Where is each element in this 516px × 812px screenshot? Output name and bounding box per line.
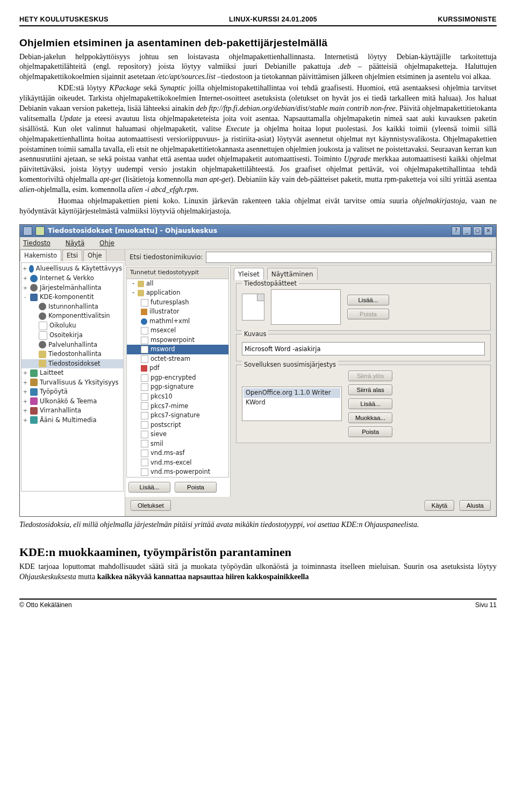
header-center: LINUX-KURSSI 24.01.2005 — [229, 15, 317, 24]
mime-item[interactable]: vnd.ms-excel — [127, 458, 228, 468]
tab-search[interactable]: Etsi — [62, 250, 82, 262]
defaults-button[interactable]: Oletukset — [131, 500, 171, 511]
tree-node[interactable]: Oikoluku — [22, 321, 123, 331]
tree-node[interactable]: -KDE-komponentit — [22, 293, 123, 302]
tree-node[interactable]: +Ääni & Multimedia — [22, 416, 123, 425]
ext-remove-button[interactable]: Poista — [347, 309, 389, 319]
mime-list-header: Tunnetut tiedostotyypit — [127, 267, 228, 279]
mime-item[interactable]: pkcs7-signature — [127, 411, 228, 421]
mime-item[interactable]: pgp-encrypted — [127, 373, 228, 383]
app-item[interactable]: OpenOffice.org 1.1.0 Writer — [243, 388, 340, 398]
window-titlebar[interactable]: Tiedostosidokset [muokattu] - Ohjauskesk… — [20, 225, 496, 237]
category-tree[interactable]: +Alueellisuus & Käytettävyys+Internet & … — [21, 262, 124, 492]
tree-node[interactable]: +Turvallisuus & Yksityisyys — [22, 378, 123, 388]
apply-button[interactable]: Käytä — [425, 500, 454, 511]
app-edit-button[interactable]: Muokkaa... — [348, 412, 392, 423]
minimize-icon[interactable]: _ — [462, 226, 471, 236]
section1-para3: Huomaa ohjelmapakettien pieni koko. Linu… — [19, 196, 497, 217]
maximize-icon[interactable]: ▢ — [473, 226, 482, 236]
tree-node[interactable]: +Virranhallinta — [22, 406, 123, 416]
mime-item[interactable]: vnd.ms-asf — [127, 448, 228, 458]
tree-node[interactable]: Tiedostonhallinta — [22, 350, 123, 359]
menu-view[interactable]: Näytä — [66, 239, 91, 247]
detail-tabs: Yleiset Näyttäminen — [231, 266, 496, 280]
mime-item[interactable]: postscript — [127, 421, 228, 430]
mime-item[interactable]: smil — [127, 439, 228, 449]
mime-item[interactable]: futuresplash — [127, 298, 228, 308]
section1-para2: KDE:stä löytyy KPackage sekä Synaptic jo… — [19, 83, 497, 195]
window-title: Tiedostosidokset [muokattu] - Ohjauskesk… — [48, 226, 217, 236]
mime-item[interactable]: pkcs10 — [127, 392, 228, 402]
section2-title: KDE:n muokkaaminen, työympäristön parant… — [19, 544, 497, 560]
section1-title: Ohjelmien etsiminen ja asentaminen deb-p… — [19, 36, 497, 50]
tab-display[interactable]: Näyttäminen — [267, 268, 318, 280]
mime-item[interactable]: mspowerpoint — [127, 336, 228, 345]
dialog-footer: Oletukset Käytä Alusta — [125, 497, 496, 516]
tree-node[interactable]: +Laitteet — [22, 368, 123, 378]
extensions-list[interactable] — [271, 289, 341, 325]
tree-node[interactable]: +Alueellisuus & Käytettävyys — [22, 264, 123, 274]
section2-para: KDE tarjoaa loputtomat mahdollisuudet sä… — [19, 562, 497, 582]
filename-filter-row: Etsi tiedostonimikuvio: — [125, 250, 496, 266]
app-icon — [35, 226, 45, 236]
tree-node[interactable]: Istunnonhallinta — [22, 302, 123, 312]
mime-remove-button[interactable]: Poista — [175, 482, 217, 493]
mime-item[interactable]: msexcel — [127, 326, 228, 336]
filter-label: Etsi tiedostonimikuvio: — [130, 253, 203, 261]
tab-help[interactable]: Ohje — [83, 250, 106, 262]
tree-node[interactable]: +Ulkonäkö & Teema — [22, 397, 123, 407]
section1-para1: Debian-jakelun helppokäyttöisyys johtuu … — [19, 52, 497, 83]
app-add-button[interactable]: Lisää... — [348, 398, 392, 409]
description-input[interactable] — [242, 342, 485, 355]
mime-item[interactable]: illustrator — [127, 307, 228, 317]
footer-left: © Otto Kekäläinen — [19, 601, 72, 609]
filter-input[interactable] — [206, 252, 492, 263]
mime-item[interactable]: mathml+xml — [127, 317, 228, 326]
tree-node[interactable]: +Työpöytä — [22, 387, 123, 397]
page-header: HETY KOULUTUSKESKUS LINUX-KURSSI 24.01.2… — [19, 15, 497, 26]
header-right: KURSSIMONISTE — [438, 15, 497, 24]
move-down-button[interactable]: Siirrä alas — [348, 384, 392, 395]
left-tabs: Hakemisto Etsi Ohje — [20, 250, 125, 262]
header-left: HETY KOULUTUSKESKUS — [19, 15, 109, 24]
tree-node[interactable]: Osoitekirja — [22, 331, 123, 340]
app-preference-list[interactable]: OpenOffice.org 1.1.0 Writer KWord — [242, 387, 342, 421]
mime-item[interactable]: sieve — [127, 430, 228, 439]
help-icon[interactable]: ? — [452, 226, 461, 236]
screenshot-caption: Tiedostosidoksia, eli millä ohjelmalla j… — [19, 520, 497, 530]
menubar: Tiedosto Näytä Ohje — [20, 237, 496, 250]
page-footer: © Otto Kekäläinen Sivu 11 — [19, 599, 497, 609]
menu-file[interactable]: Tiedosto — [23, 239, 57, 247]
ext-add-button[interactable]: Lisää... — [347, 295, 389, 305]
mime-type-tree[interactable]: -all-applicationfuturesplashillustratorm… — [127, 279, 228, 477]
system-menu-icon[interactable] — [23, 226, 32, 236]
reset-button[interactable]: Alusta — [460, 500, 491, 511]
mime-item[interactable]: octet-stream — [127, 354, 228, 364]
mime-add-button[interactable]: Lisää... — [128, 482, 170, 493]
mime-item[interactable]: -application — [127, 288, 228, 298]
mime-item[interactable]: pgp-signature — [127, 382, 228, 392]
tree-node[interactable]: +Järjestelmänhallinta — [22, 283, 123, 293]
description-group: Kuvaus — [236, 334, 491, 361]
tab-general[interactable]: Yleiset — [234, 268, 264, 280]
tree-node[interactable]: +Internet & Verkko — [22, 274, 123, 283]
tree-node[interactable]: Tiedostosidokset — [22, 359, 123, 369]
kde-screenshot: Tiedostosidokset [muokattu] - Ohjauskesk… — [19, 224, 497, 517]
filetype-icon[interactable] — [242, 294, 264, 320]
mime-item[interactable]: vnd.ms-powerpoint — [127, 467, 228, 477]
tree-node[interactable]: Komponenttivalitsin — [22, 311, 123, 321]
tree-node[interactable]: Palvelunhallinta — [22, 340, 123, 350]
app-preference-group: Sovelluksen suosimisjärjestys OpenOffice… — [236, 365, 491, 443]
close-icon[interactable]: × — [484, 226, 493, 236]
mime-item[interactable]: msword — [127, 345, 228, 354]
mime-item[interactable]: pkcs7-mime — [127, 402, 228, 411]
menu-help[interactable]: Ohje — [99, 239, 121, 247]
app-remove-button[interactable]: Poista — [348, 426, 392, 437]
app-item[interactable]: KWord — [243, 398, 340, 408]
extensions-group: Tiedostopäätteet Lisää... Poista — [236, 283, 491, 331]
move-up-button[interactable]: Siirrä ylös — [348, 371, 392, 381]
tab-directory[interactable]: Hakemisto — [20, 250, 61, 262]
mime-item[interactable]: pdf — [127, 364, 228, 373]
footer-right: Sivu 11 — [475, 601, 497, 609]
mime-item[interactable]: -all — [127, 279, 228, 289]
